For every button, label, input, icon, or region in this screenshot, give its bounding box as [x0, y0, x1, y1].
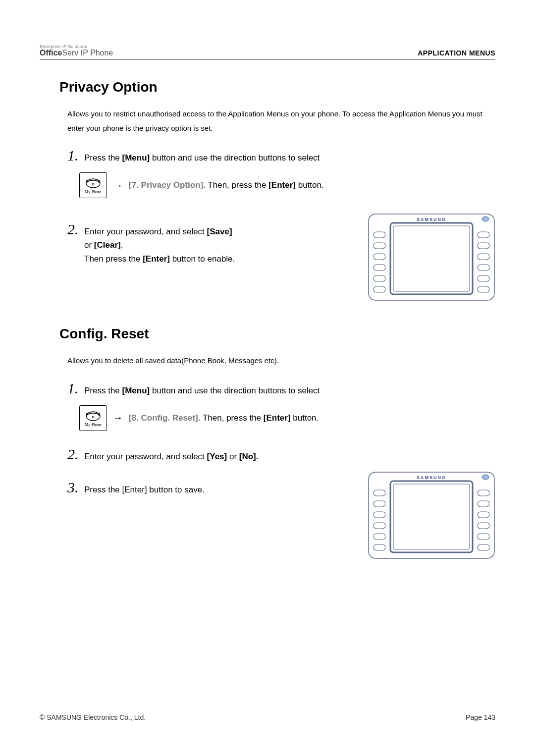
text: button to enable. — [170, 254, 235, 264]
svg-rect-31 — [478, 501, 489, 507]
phone-brand: SAMSUNG — [417, 475, 446, 480]
svg-rect-17 — [478, 286, 489, 292]
text-bold: [Clear] — [94, 240, 121, 250]
svg-rect-24 — [374, 490, 385, 496]
svg-point-1 — [92, 183, 94, 185]
myphone-label: My-Phone — [85, 190, 102, 194]
path-text: [7. Privacy Option]. Then, press the [En… — [129, 180, 324, 190]
svg-point-23 — [482, 475, 489, 480]
privacy-intro: Allows you to restrict unauthorised acce… — [67, 107, 495, 135]
svg-rect-16 — [478, 275, 489, 281]
svg-rect-9 — [374, 265, 385, 270]
svg-rect-34 — [478, 534, 489, 540]
logo-rest: Serv IP Phone — [62, 49, 113, 57]
menu-path-label: [7. Privacy Option]. — [129, 180, 206, 190]
copyright: © SAMSUNG Electronics Co., Ltd. — [40, 713, 146, 721]
phone-diagram-icon: SAMSUNG — [368, 213, 495, 301]
text-bold: [Enter] — [143, 254, 170, 264]
logo: Enterprise IP Solutions OfficeServ IP Ph… — [40, 45, 113, 57]
arrow-icon: → — [113, 412, 123, 424]
phone-glyph-icon — [84, 176, 102, 190]
text-bold: [Yes] — [207, 452, 227, 461]
svg-rect-13 — [478, 243, 489, 249]
svg-rect-20 — [369, 472, 494, 558]
step-number: 2. — [67, 221, 84, 237]
step-body: Press the [Enter] button to save. — [84, 479, 353, 496]
svg-rect-11 — [374, 286, 385, 292]
svg-rect-3 — [390, 223, 473, 294]
step-number: 2. — [67, 446, 84, 462]
svg-rect-10 — [374, 275, 385, 281]
text: Press the — [84, 386, 122, 395]
page-header: Enterprise IP Solutions OfficeServ IP Ph… — [40, 45, 495, 59]
text: or — [84, 240, 94, 250]
section-title-config-reset: Config. Reset — [59, 326, 495, 342]
step-number: 3. — [67, 479, 84, 495]
svg-rect-8 — [374, 254, 385, 260]
step-body: Enter your password, and select [Save] o… — [84, 221, 353, 266]
text-bold: [Save] — [207, 227, 232, 236]
privacy-step-2-row: 2. Enter your password, and select [Save… — [67, 213, 495, 301]
privacy-step-1: 1. Press the [Menu] button and use the d… — [67, 147, 495, 164]
text: Then, press the — [201, 413, 264, 423]
config-path-row: My-Phone → [8. Config. Reset]. Then, pre… — [79, 405, 495, 431]
config-step-1: 1. Press the [Menu] button and use the d… — [67, 380, 495, 397]
step-number: 1. — [67, 380, 84, 396]
page: Enterprise IP Solutions OfficeServ IP Ph… — [0, 0, 535, 756]
svg-point-5 — [482, 216, 489, 221]
svg-rect-12 — [478, 232, 489, 238]
step-body: Press the [Menu] button and use the dire… — [84, 380, 495, 397]
svg-rect-32 — [478, 512, 489, 518]
text-bold: [No]. — [239, 452, 259, 461]
svg-rect-29 — [374, 544, 385, 550]
header-section-label: APPLICATION MENUS — [418, 49, 495, 57]
text-bold: [Menu] — [122, 153, 150, 162]
config-step-3: 3. Press the [Enter] button to save. — [67, 479, 353, 496]
text: Then, press the — [206, 180, 268, 190]
myphone-icon: My-Phone — [79, 405, 107, 431]
svg-rect-35 — [478, 544, 489, 550]
config-step-3-row: 3. Press the [Enter] button to save. SAM… — [67, 471, 495, 559]
svg-rect-7 — [374, 243, 385, 249]
step-body: Press the [Menu] button and use the dire… — [84, 147, 495, 164]
svg-rect-22 — [393, 484, 470, 549]
text: button. — [296, 180, 324, 190]
svg-rect-6 — [374, 232, 385, 238]
svg-rect-28 — [374, 534, 385, 540]
text: or — [227, 452, 239, 461]
myphone-icon: My-Phone — [79, 172, 107, 198]
text: Then press the — [84, 254, 143, 264]
page-number: Page 143 — [466, 713, 495, 721]
page-footer: © SAMSUNG Electronics Co., Ltd. Page 143 — [40, 713, 495, 721]
section-title-privacy: Privacy Option — [59, 79, 495, 95]
text: Press the [Enter] button to save. — [84, 485, 205, 494]
step-body: Enter your password, and select [Yes] or… — [84, 446, 495, 463]
text: . — [121, 240, 123, 250]
step-number: 1. — [67, 147, 84, 163]
svg-rect-25 — [374, 501, 385, 507]
logo-bold: Office — [40, 49, 62, 57]
privacy-step-2: 2. Enter your password, and select [Save… — [67, 221, 353, 266]
phone-glyph-icon — [84, 409, 102, 423]
logo-main: OfficeServ IP Phone — [40, 49, 113, 57]
text: button and use the direction buttons to … — [150, 153, 320, 162]
svg-rect-4 — [393, 226, 470, 291]
svg-rect-26 — [374, 512, 385, 518]
menu-path-label: [8. Config. Reset]. — [129, 413, 201, 423]
text: Enter your password, and select — [84, 452, 207, 461]
phone-brand: SAMSUNG — [417, 217, 446, 222]
svg-rect-33 — [478, 523, 489, 529]
phone-diagram-icon: SAMSUNG — [368, 471, 495, 559]
svg-rect-15 — [478, 265, 489, 270]
text-bold: [Enter] — [264, 413, 291, 423]
text-bold: [Enter] — [268, 180, 296, 190]
path-text: [8. Config. Reset]. Then, press the [Ent… — [129, 413, 319, 423]
arrow-icon: → — [113, 180, 123, 191]
svg-rect-30 — [478, 490, 489, 496]
config-step-2: 2. Enter your password, and select [Yes]… — [67, 446, 495, 463]
svg-point-19 — [92, 416, 94, 418]
text: button. — [291, 413, 319, 423]
text: button and use the direction buttons to … — [150, 386, 320, 395]
svg-rect-27 — [374, 523, 385, 529]
text-bold: [Menu] — [122, 386, 150, 395]
